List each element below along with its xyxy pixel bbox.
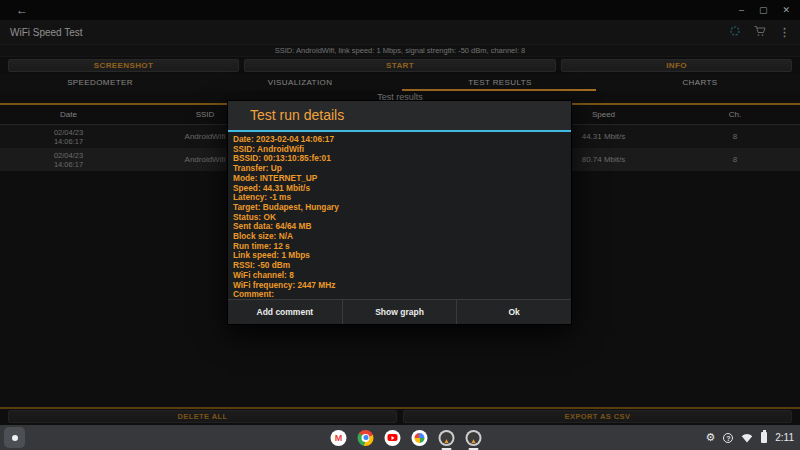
youtube-icon[interactable] (385, 430, 401, 446)
dialog-button-bar: Add comment Show graph Ok (228, 299, 571, 324)
test-run-details-dialog: Test run details Date: 2023-02-04 14:06:… (227, 100, 572, 325)
detail-bssid: BSSID: 00:13:10:85:fe:01 (233, 154, 571, 164)
gmail-icon[interactable]: M (331, 430, 347, 446)
wifi-icon (741, 429, 753, 447)
running-app-indicator (469, 448, 479, 450)
dialog-body: Date: 2023-02-04 14:06:17 SSID: AndroidW… (228, 132, 571, 299)
window-caption-bar: ← – ▢ ✕ (0, 0, 800, 20)
google-photos-icon[interactable] (412, 430, 428, 446)
detail-comment: Comment: (233, 290, 571, 299)
show-graph-button[interactable]: Show graph (342, 300, 457, 324)
clock-text: 2:11 (775, 432, 794, 443)
maximize-icon[interactable]: ▢ (759, 0, 768, 20)
close-icon[interactable]: ✕ (782, 0, 790, 20)
speedometer-gauge-icon (468, 432, 480, 444)
help-icon[interactable]: ? (723, 433, 733, 443)
add-comment-button[interactable]: Add comment (228, 300, 342, 324)
settings-gear-icon[interactable]: ⚙ (705, 425, 715, 450)
shelf-app-icons: M (331, 425, 482, 450)
chrome-icon[interactable] (358, 430, 374, 446)
detail-wifi-frequency: WiFi frequency: 2447 MHz (233, 281, 571, 291)
app-window: WiFi Speed Test ⋮ SSID: AndroidWifi, (0, 20, 800, 425)
minimize-icon[interactable]: – (739, 0, 744, 20)
status-tray[interactable]: ⚙ ? 2:11 (705, 425, 794, 450)
dialog-title: Test run details (228, 101, 571, 130)
detail-target: Target: Budapest, Hungary (233, 203, 571, 213)
shelf: M ⚙ ? (0, 425, 800, 450)
running-app-indicator (442, 448, 452, 450)
battery-icon (761, 432, 767, 443)
screen: ← – ▢ ✕ WiFi Speed Test (0, 0, 800, 450)
speedometer-gauge-icon (441, 432, 453, 444)
back-icon[interactable]: ← (16, 0, 28, 20)
launcher-icon (12, 435, 18, 441)
wifi-speed-test-app-icon[interactable] (466, 430, 482, 446)
wifi-speed-test-app-icon[interactable] (439, 430, 455, 446)
ok-button[interactable]: Ok (456, 300, 571, 324)
launcher-button[interactable] (4, 427, 25, 448)
